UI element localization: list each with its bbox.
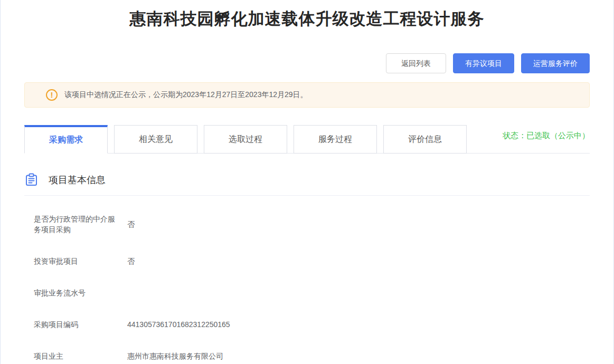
tab-service-process[interactable]: 服务过程 — [294, 125, 377, 154]
field-label: 投资审批项目 — [34, 256, 119, 266]
field-row-procurement-project-code: 采购项目编码 4413057361701682312250165 — [34, 319, 590, 330]
public-notice-text: 该项目中选情况正在公示，公示期为2023年12月27日至2023年12月29日。 — [64, 90, 308, 100]
field-label: 是否为行政管理的中介服务项目采购 — [34, 214, 119, 235]
section-header-basic-info: 项目基本信息 — [24, 173, 590, 187]
status-badge: 状态：已选取（公示中） — [503, 125, 590, 153]
objection-project-button[interactable]: 有异议项目 — [453, 53, 514, 73]
field-row-investment-approval: 投资审批项目 否 — [34, 256, 590, 266]
back-to-list-button[interactable]: 返回列表 — [386, 53, 446, 73]
field-row-intermediary-service: 是否为行政管理的中介服务项目采购 否 — [34, 214, 590, 235]
field-label: 审批业务流水号 — [34, 288, 119, 298]
operation-service-evaluation-button[interactable]: 运营服务评价 — [521, 53, 590, 73]
warning-circle-icon: ! — [46, 89, 58, 101]
field-label: 项目业主 — [34, 351, 119, 361]
project-detail-page: 惠南科技园孵化加速载体升级改造工程设计服务 返回列表 有异议项目 运营服务评价 … — [0, 0, 614, 364]
page-title: 惠南科技园孵化加速载体升级改造工程设计服务 — [1, 9, 613, 29]
field-value: 否 — [127, 219, 135, 229]
field-value: 否 — [127, 256, 135, 266]
field-label: 采购项目编码 — [34, 319, 119, 330]
section-title: 项目基本信息 — [49, 174, 106, 186]
field-row-approval-serial-number: 审批业务流水号 — [34, 288, 590, 298]
section-divider — [24, 195, 590, 196]
public-notice-banner: ! 该项目中选情况正在公示，公示期为2023年12月27日至2023年12月29… — [24, 82, 590, 108]
tab-procurement-demand[interactable]: 采购需求 — [24, 125, 108, 154]
toolbar: 返回列表 有异议项目 运营服务评价 — [1, 53, 613, 73]
tab-selection-process[interactable]: 选取过程 — [204, 125, 287, 154]
tab-related-opinions[interactable]: 相关意见 — [114, 125, 197, 154]
field-row-project-owner: 项目业主 惠州市惠南科技服务有限公司 — [34, 351, 590, 361]
tab-evaluation-info[interactable]: 评价信息 — [383, 125, 467, 154]
field-value: 惠州市惠南科技服务有限公司 — [127, 351, 223, 361]
tab-bar: 采购需求 相关意见 选取过程 服务过程 评价信息 状态：已选取（公示中） — [24, 125, 590, 154]
basic-info-fields: 是否为行政管理的中介服务项目采购 否 投资审批项目 否 审批业务流水号 采购项目… — [34, 214, 590, 361]
field-value: 4413057361701682312250165 — [127, 319, 230, 330]
clipboard-icon — [24, 173, 39, 187]
